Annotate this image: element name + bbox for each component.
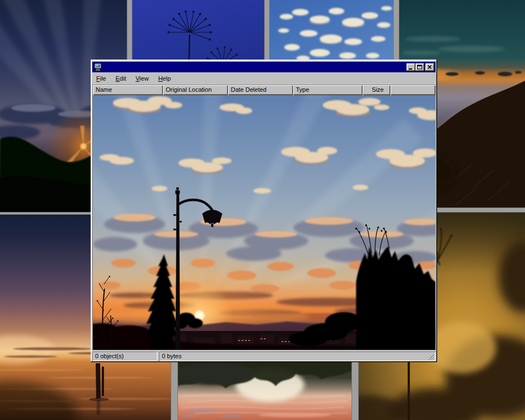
resize-grip-icon[interactable] [428, 353, 435, 360]
title-bar[interactable] [92, 62, 435, 72]
menu-edit[interactable]: Edit [112, 74, 130, 83]
status-objects: 0 object(s) [92, 352, 157, 361]
column-header-date-deleted[interactable]: Date Deleted [228, 85, 293, 95]
column-header-type[interactable]: Type [293, 85, 363, 95]
desktop: { "window": { "title": "", "menu_items":… [0, 0, 525, 420]
file-list-view: Name Original Location Date Deleted Type… [92, 85, 435, 350]
menu-help[interactable]: Help [154, 74, 175, 83]
column-header-original-location[interactable]: Original Location [163, 85, 228, 95]
close-button[interactable] [425, 63, 434, 71]
column-header-filler [390, 85, 435, 95]
maximize-icon [415, 63, 424, 71]
column-header-size[interactable]: Size [363, 85, 390, 95]
sunset-lamp-photo [93, 95, 435, 350]
list-content-area[interactable] [93, 95, 435, 350]
minimize-button[interactable] [407, 63, 415, 71]
wallpaper-tile-water-reflection [178, 362, 351, 420]
menu-bar: File Edit View Help [92, 73, 435, 84]
close-icon [425, 63, 434, 71]
minimize-icon [407, 63, 415, 71]
status-bytes: 0 bytes [159, 352, 435, 361]
recycle-bin-window: File Edit View Help Name Original Locati… [91, 60, 437, 362]
status-bar: 0 object(s) 0 bytes [92, 352, 435, 361]
column-header-row: Name Original Location Date Deleted Type… [93, 85, 435, 95]
menu-file[interactable]: File [92, 74, 110, 83]
column-header-name[interactable]: Name [93, 85, 163, 95]
maximize-button[interactable] [415, 63, 424, 71]
menu-view[interactable]: View [132, 74, 153, 83]
computer-icon[interactable] [94, 63, 102, 71]
